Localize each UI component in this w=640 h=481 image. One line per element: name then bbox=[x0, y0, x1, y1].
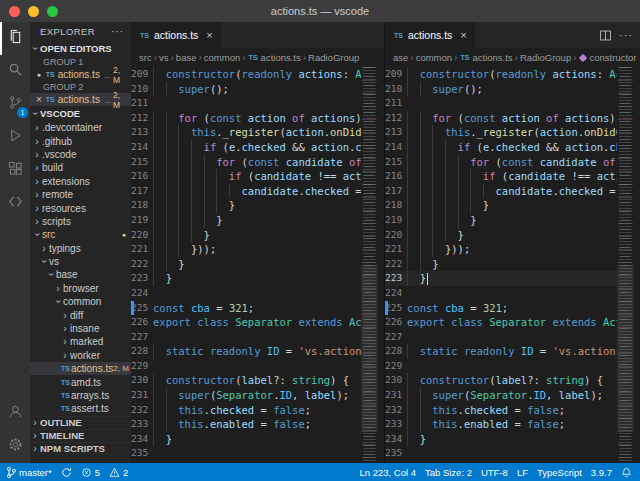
tree-item--devcontainer[interactable]: ›.devcontainer bbox=[30, 121, 131, 134]
code-line-209[interactable]: 209constructor(readonly actions: Action[… bbox=[385, 67, 617, 82]
tree-item--vscode[interactable]: ›.vscode bbox=[30, 148, 131, 161]
code-line-224[interactable]: 224 bbox=[131, 286, 361, 301]
breadcrumb-actions-ts[interactable]: TSactions.ts bbox=[248, 52, 301, 63]
tree-item-actions-ts[interactable]: TSactions.ts2, M bbox=[30, 362, 131, 375]
code-line-217[interactable]: 217candidate.checked = false; bbox=[131, 184, 361, 199]
code-line-227[interactable]: 227 bbox=[385, 330, 617, 345]
open-editors-header[interactable]: › OPEN EDITORS bbox=[30, 41, 131, 56]
activity-bar-search[interactable] bbox=[0, 55, 30, 88]
tree-item--github[interactable]: ›.github bbox=[30, 134, 131, 147]
tab-actions-ts[interactable]: TS actions.ts × bbox=[131, 22, 222, 48]
activity-bar-run-debug[interactable] bbox=[0, 121, 30, 154]
code-line-229[interactable]: 229 bbox=[131, 359, 361, 374]
zoom-window-button[interactable] bbox=[47, 6, 58, 17]
status-ts-version[interactable]: 3.9.7 bbox=[591, 467, 612, 478]
code-line-235[interactable]: 235 bbox=[385, 446, 617, 461]
split-editor-icon[interactable] bbox=[599, 29, 612, 42]
code-line-228[interactable]: 228static readonly ID = 'vs.actions.sepa… bbox=[131, 344, 361, 359]
close-icon[interactable]: × bbox=[35, 95, 43, 105]
code-line-215[interactable]: 215for (const candidate of actions) { bbox=[385, 155, 617, 170]
breadcrumb-base[interactable]: base bbox=[176, 52, 197, 63]
status-notifications[interactable] bbox=[621, 467, 632, 478]
breadcrumb-common[interactable]: common bbox=[416, 52, 452, 63]
tree-item-base[interactable]: ›base bbox=[30, 268, 131, 281]
code-line-227[interactable]: 227 bbox=[131, 330, 361, 345]
status-encoding[interactable]: UTF-8 bbox=[481, 467, 508, 478]
tree-item-diff[interactable]: ›diff bbox=[30, 308, 131, 321]
code-line-211[interactable]: 211 bbox=[385, 96, 617, 111]
tree-item-worker[interactable]: ›worker bbox=[30, 349, 131, 362]
minimap[interactable] bbox=[617, 67, 634, 463]
code-line-214[interactable]: 214if (e.checked && action.checked) { bbox=[131, 140, 361, 155]
status-git-branch[interactable]: master* bbox=[6, 466, 52, 479]
more-actions-icon[interactable]: ··· bbox=[111, 26, 124, 37]
status-errors[interactable]: 5 bbox=[81, 467, 100, 478]
status-cursor-position[interactable]: Ln 223, Col 4 bbox=[359, 467, 416, 478]
status-tab-size[interactable]: Tab Size: 2 bbox=[425, 467, 472, 478]
code-line-220[interactable]: 220} bbox=[385, 228, 617, 243]
section-header-timeline[interactable]: ›TIMELINE bbox=[30, 429, 131, 442]
code-line-213[interactable]: 213this._register(action.onDidChange(e =… bbox=[385, 125, 617, 140]
tree-item-build[interactable]: ›build bbox=[30, 161, 131, 174]
breadcrumb-ase[interactable]: ase bbox=[393, 52, 408, 63]
minimize-window-button[interactable] bbox=[28, 6, 39, 17]
open-editor-item[interactable]: ●TSactions.ts...2, M bbox=[30, 68, 131, 81]
close-icon[interactable]: × bbox=[460, 29, 466, 41]
code-line-219[interactable]: 219} bbox=[131, 213, 361, 228]
code-line-226[interactable]: 226export class Separator extends Action… bbox=[131, 315, 361, 330]
code-line-219[interactable]: 219} bbox=[385, 213, 617, 228]
code-line-231[interactable]: 231super(Separator.ID, label); bbox=[385, 388, 617, 403]
code-line-234[interactable]: 234} bbox=[131, 432, 361, 447]
code-line-210[interactable]: 210super(); bbox=[385, 82, 617, 97]
code-line-220[interactable]: 220} bbox=[131, 228, 361, 243]
status-sync[interactable] bbox=[61, 467, 72, 478]
code-line-222[interactable]: 222} bbox=[385, 257, 617, 272]
status-warnings[interactable]: 2 bbox=[109, 467, 128, 478]
code-line-230[interactable]: 230constructor(label?: string) { bbox=[385, 373, 617, 388]
minimap-slider[interactable] bbox=[617, 265, 634, 431]
workspace-folder-header[interactable]: › VSCODE bbox=[30, 106, 131, 121]
code-line-225[interactable]: 225const cba = 321; bbox=[385, 301, 617, 316]
code-line-215[interactable]: 215for (const candidate of actions) { bbox=[131, 155, 361, 170]
activity-bar-settings[interactable] bbox=[0, 430, 30, 463]
code-line-218[interactable]: 218} bbox=[131, 198, 361, 213]
code-line-232[interactable]: 232this.checked = false; bbox=[131, 403, 361, 418]
tree-item-marked[interactable]: ›marked bbox=[30, 335, 131, 348]
section-header-outline[interactable]: ›OUTLINE bbox=[30, 416, 131, 429]
code-line-233[interactable]: 233this.enabled = false; bbox=[131, 417, 361, 432]
code-line-210[interactable]: 210super(); bbox=[131, 82, 361, 97]
code-line-211[interactable]: 211 bbox=[131, 96, 361, 111]
tree-item-arrays-ts[interactable]: TSarrays.ts bbox=[30, 389, 131, 402]
code-line-230[interactable]: 230constructor(label?: string) { bbox=[131, 373, 361, 388]
breadcrumb-radiogroup[interactable]: RadioGroup bbox=[520, 52, 571, 63]
tab-actions-ts[interactable]: TS actions.ts × bbox=[385, 22, 476, 48]
code-line-213[interactable]: 213this._register(action.onDidChange(e =… bbox=[131, 125, 361, 140]
activity-bar-extensions[interactable] bbox=[0, 154, 30, 187]
tree-item-browser[interactable]: ›browser bbox=[30, 282, 131, 295]
code-line-216[interactable]: 216if (candidate !== action) { bbox=[385, 169, 617, 184]
code-line-216[interactable]: 216if (candidate !== action) { bbox=[131, 169, 361, 184]
tree-item-remote[interactable]: ›remote bbox=[30, 188, 131, 201]
code-line-231[interactable]: 231super(Separator.ID, label); bbox=[131, 388, 361, 403]
code-line-214[interactable]: 214if (e.checked && action.checked) { bbox=[385, 140, 617, 155]
code-line-212[interactable]: 212for (const action of actions) { bbox=[385, 111, 617, 126]
activity-bar-accounts[interactable] bbox=[0, 397, 30, 430]
breadcrumb-actions-ts[interactable]: TSactions.ts bbox=[459, 52, 512, 63]
code-editor[interactable]: 209constructor(readonly actions: Action[… bbox=[131, 67, 361, 463]
tree-item-scripts[interactable]: ›scripts bbox=[30, 215, 131, 228]
code-line-223[interactable]: 223} bbox=[131, 271, 361, 286]
code-line-225[interactable]: 225const cba = 321; bbox=[131, 301, 361, 316]
breadcrumb-vs[interactable]: vs bbox=[159, 52, 169, 63]
tree-item-extensions[interactable]: ›extensions bbox=[30, 175, 131, 188]
activity-bar-explorer[interactable] bbox=[0, 22, 30, 55]
more-actions-icon[interactable]: ··· bbox=[619, 29, 633, 41]
minimap-slider[interactable] bbox=[361, 265, 378, 431]
code-line-217[interactable]: 217candidate.checked = false; bbox=[385, 184, 617, 199]
status-language[interactable]: TypeScript bbox=[537, 467, 582, 478]
code-line-218[interactable]: 218} bbox=[385, 198, 617, 213]
code-line-234[interactable]: 234} bbox=[385, 432, 617, 447]
code-line-222[interactable]: 222} bbox=[131, 257, 361, 272]
code-editor[interactable]: 209constructor(readonly actions: Action[… bbox=[385, 67, 617, 463]
tree-item-assert-ts[interactable]: TSassert.ts bbox=[30, 402, 131, 415]
tree-item-typings[interactable]: ›typings bbox=[30, 242, 131, 255]
